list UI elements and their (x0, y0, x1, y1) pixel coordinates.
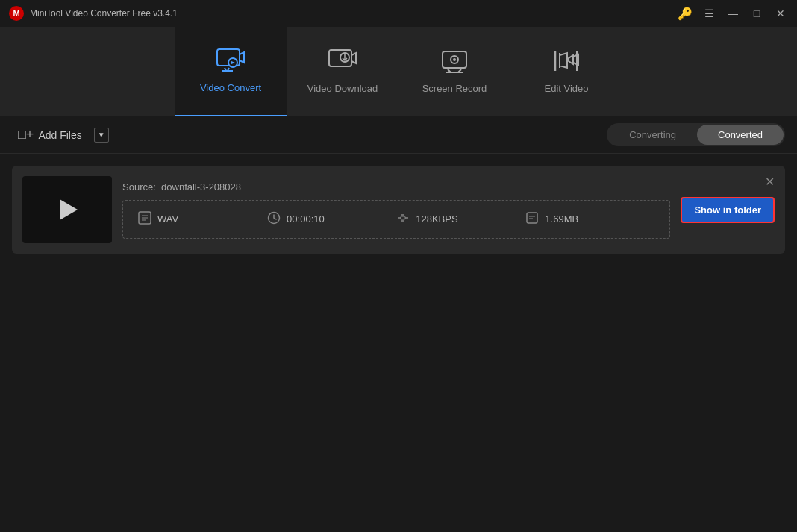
main-content: ✕ Source: downfall-3-208028 WAV (0, 154, 797, 266)
minimize-button[interactable]: — (722, 3, 743, 24)
nav-item-edit-video[interactable]: Edit Video (510, 27, 622, 116)
file-card: ✕ Source: downfall-3-208028 WAV (12, 166, 785, 254)
toolbar: □+ Add Files ▼ Converting Converted (0, 116, 797, 154)
maximize-button[interactable]: □ (746, 3, 767, 24)
tab-converting[interactable]: Converting (608, 125, 697, 145)
add-files-icon: □+ (18, 127, 34, 143)
duration-value: 00:00:10 (287, 213, 325, 225)
close-card-button[interactable]: ✕ (761, 173, 778, 190)
source-filename: downfall-3-208028 (161, 181, 241, 193)
thumbnail[interactable] (22, 176, 112, 243)
nav-item-screen-record[interactable]: Screen Record (398, 27, 510, 116)
tab-converted[interactable]: Converted (697, 125, 784, 145)
nav-item-video-convert[interactable]: Video Convert (175, 27, 287, 116)
format-value: WAV (157, 213, 178, 225)
add-files-dropdown[interactable]: ▼ (94, 128, 109, 143)
app-logo: M (9, 6, 24, 21)
edit-video-icon (552, 49, 581, 77)
app-title: MiniTool Video Converter Free v3.4.1 (30, 8, 178, 19)
nav-label-edit-video: Edit Video (544, 83, 588, 94)
filesize-icon (525, 211, 539, 228)
screen-record-icon (440, 49, 469, 77)
video-download-icon (328, 49, 357, 77)
file-source: Source: downfall-3-208028 (122, 181, 670, 193)
close-button[interactable]: ✕ (770, 3, 791, 24)
title-bar-left: M MiniTool Video Converter Free v3.4.1 (9, 6, 178, 21)
detail-format: WAV (138, 211, 267, 228)
format-icon (138, 211, 151, 228)
add-files-button[interactable]: □+ Add Files (12, 124, 88, 145)
show-in-folder-button[interactable]: Show in folder (681, 197, 775, 223)
nav-label-video-download: Video Download (307, 83, 378, 94)
add-files-label: Add Files (38, 129, 81, 141)
duration-icon (267, 211, 281, 228)
title-bar: M MiniTool Video Converter Free v3.4.1 🔑… (0, 0, 797, 27)
svg-rect-9 (401, 216, 405, 219)
title-bar-controls: 🔑 ☰ — □ ✕ (675, 3, 791, 24)
bitrate-icon (396, 211, 410, 228)
tab-group: Converting Converted (607, 123, 785, 146)
detail-duration: 00:00:10 (267, 211, 396, 228)
detail-filesize: 1.69MB (525, 211, 654, 228)
source-label: Source: (122, 181, 156, 193)
video-convert-icon (216, 48, 245, 76)
bitrate-value: 128KBPS (416, 213, 457, 225)
file-info: Source: downfall-3-208028 WAV (122, 181, 670, 239)
menu-button[interactable]: ☰ (698, 3, 719, 24)
svg-rect-10 (527, 213, 537, 223)
nav-label-video-convert: Video Convert (200, 82, 261, 93)
svg-point-6 (453, 58, 456, 61)
detail-bitrate: 128KBPS (396, 211, 525, 228)
key-icon[interactable]: 🔑 (675, 3, 696, 24)
file-details: WAV 00:00:10 (122, 200, 670, 239)
nav-label-screen-record: Screen Record (422, 83, 487, 94)
nav-bar: Video Convert Video Download Screen Reco… (0, 27, 797, 116)
play-icon (60, 199, 78, 220)
filesize-value: 1.69MB (545, 213, 578, 225)
nav-item-video-download[interactable]: Video Download (287, 27, 398, 116)
